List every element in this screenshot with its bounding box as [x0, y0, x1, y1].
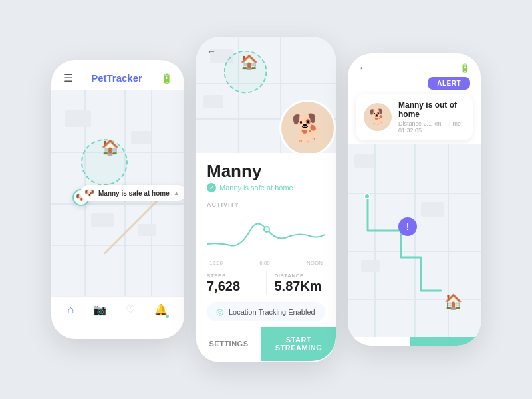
steps-stat: STEPS 7,628: [207, 273, 258, 294]
activity-section: ACTIVITY 12:00 6:00 NOON: [196, 196, 336, 266]
settings-button[interactable]: SETTINGS: [196, 327, 261, 361]
alert-pet-photo: 🐕: [364, 103, 392, 131]
nav-heart-icon[interactable]: ♡: [126, 303, 135, 316]
status-text: Manny is safe at home: [98, 190, 170, 197]
alert-distance: Distance 2.1 km: [398, 120, 442, 127]
phone-1: ☰ PetTracker 🔋 🏠 🐶: [51, 60, 184, 339]
nav-camera-icon[interactable]: 📷: [93, 303, 106, 316]
pet-status: Manny is safe at home: [219, 184, 293, 192]
alert-title: Manny is out of home: [398, 100, 465, 119]
status-pill[interactable]: 🐶 Manny is safe at home ▲: [80, 185, 184, 201]
menu-icon[interactable]: ☰: [63, 72, 72, 84]
nav-bell-icon[interactable]: 🔔: [154, 303, 168, 316]
pet-photo: 🐕: [279, 100, 336, 153]
phone2-back-button[interactable]: ←: [207, 46, 216, 57]
distance-stat: DISTANCE 5.87Km: [275, 273, 326, 294]
chevron-icon: ▲: [174, 190, 180, 196]
tracking-label: Location Tracking Enabled: [229, 308, 315, 316]
steps-value: 7,628: [207, 279, 258, 294]
start-streaming-button[interactable]: START STREAMING: [261, 327, 336, 361]
check-icon: ✓: [207, 183, 216, 192]
time-label-2: NOON: [307, 260, 323, 266]
phone2-top-map: 🏠 ← 🐕: [196, 37, 336, 153]
alert-info: Manny is out of home Distance 2.1 km Tim…: [398, 100, 465, 134]
alert-meta: Distance 2.1 km Time: 01:32:05: [398, 120, 465, 134]
exclamation-marker: !: [398, 217, 417, 236]
phone-2: 🏠 ← 🐕 Manny ✓ Manny is safe at home ACTI…: [196, 37, 336, 362]
phone3-top-bar: ← 🔋: [348, 53, 481, 77]
activity-chart: [207, 211, 325, 257]
share-button[interactable]: SHARE: [348, 337, 410, 346]
battery-icon: 🔋: [161, 73, 172, 84]
distance-value: 5.87Km: [275, 279, 326, 294]
house-marker: 🏠: [98, 136, 122, 160]
phone-3: ← 🔋 ALERT 🐕 Manny is out of home Distanc…: [348, 53, 481, 346]
phone3-back-button[interactable]: ←: [358, 63, 368, 73]
house-marker-3: 🏠: [441, 290, 465, 314]
svg-point-0: [264, 227, 269, 232]
phone3-map: ! 🏠: [348, 144, 481, 337]
location-icon: ◎: [216, 307, 223, 317]
stat-divider: [266, 271, 267, 295]
streaming-button[interactable]: STREAMING: [410, 337, 481, 346]
nav-home-icon[interactable]: ⌂: [68, 304, 74, 316]
bottom-nav: ⌂ 📷 ♡ 🔔: [51, 296, 184, 325]
distance-label: DISTANCE: [275, 273, 326, 279]
route-start: [364, 193, 370, 200]
pet-name: Manny: [207, 161, 325, 182]
battery-icon-3: 🔋: [460, 63, 470, 73]
phone3-action-bar: SHARE STREAMING: [348, 337, 481, 346]
steps-label: STEPS: [207, 273, 258, 279]
activity-label: ACTIVITY: [207, 201, 325, 208]
tracking-toggle[interactable]: ◎ Location Tracking Enabled: [207, 302, 325, 321]
alert-card: 🐕 Manny is out of home Distance 2.1 km T…: [356, 94, 473, 140]
stats-row: STEPS 7,628 DISTANCE 5.87Km: [196, 266, 336, 301]
phone1-header: ☰ PetTracker 🔋: [51, 60, 184, 90]
pet-name-section: Manny ✓ Manny is safe at home: [196, 153, 336, 196]
time-label-1: 6:00: [259, 260, 270, 266]
time-label-0: 12:00: [209, 260, 223, 266]
phone1-map: 🏠 🐶 🐶 Manny is safe at home ▲: [51, 90, 184, 296]
phone2-action-bar: SETTINGS START STREAMING: [196, 327, 336, 361]
app-title: PetTracker: [91, 72, 142, 84]
alert-badge: ALERT: [428, 77, 470, 90]
chart-time-labels: 12:00 6:00 NOON: [207, 260, 325, 266]
